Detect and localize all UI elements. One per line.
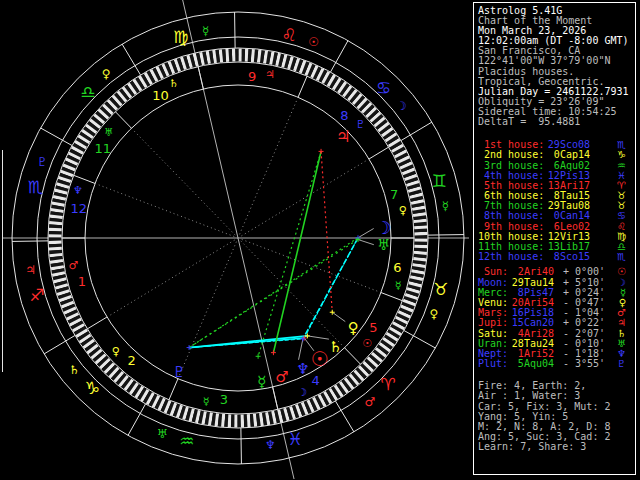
zodiac-sign-icon: ♏	[617, 252, 626, 262]
house-ruler-icon: ♅	[104, 126, 114, 139]
sign-boundary	[401, 122, 432, 140]
house-number-8: 8	[340, 108, 348, 123]
planet-label: Jupi:	[478, 318, 509, 328]
planet-mercury-icon: ☿	[257, 373, 266, 391]
sign-boundary	[335, 401, 353, 432]
summary-line: Learn: 7, Share: 3	[478, 442, 635, 452]
house-cusp-spoke	[96, 184, 238, 238]
house-cusp-value: 0Cap14	[545, 150, 590, 160]
house-cusp-value: 8Sco15	[545, 252, 590, 262]
house-cusp-segment	[74, 175, 95, 183]
sign-boundary	[44, 335, 75, 353]
planet-venus-icon: ♀	[348, 319, 359, 337]
house-number-11: 11	[94, 141, 111, 156]
sign-boundary	[122, 44, 140, 75]
aspect-trine-line	[189, 238, 358, 348]
sign-boundary	[235, 12, 236, 48]
planet-icon: ♇	[617, 359, 626, 369]
sign-boundary	[428, 235, 464, 236]
house-cusp-segment	[115, 112, 131, 129]
sign-ruler-icon: ☿	[442, 199, 449, 213]
house-cusp-segment	[198, 67, 203, 89]
sign-boundary	[330, 41, 348, 72]
house-cusp-spoke	[238, 238, 380, 292]
planet-moon-icon: ☽	[376, 217, 392, 238]
sign-ruler-icon: ☿	[202, 24, 209, 38]
chart-header: Astrolog 5.41GChart of the MomentMon Mar…	[478, 6, 635, 127]
sign-aries-icon: ♈	[380, 374, 395, 394]
planet-row: Plut: 5Aqu04- 3°55'♇	[478, 359, 635, 369]
house-cusp-segment	[381, 293, 402, 301]
sign-ruler-icon: ♅	[157, 427, 168, 441]
house-ruler-icon: ♇	[355, 118, 365, 131]
house-ruler-icon: ♆	[73, 184, 83, 197]
planet-pointer-line	[358, 240, 374, 245]
house-cusp-spoke	[132, 129, 238, 238]
house-cusp-segment	[273, 387, 278, 409]
sign-ruler-icon: ☽	[396, 99, 407, 113]
sign-ruler-icon: ♂	[364, 395, 375, 409]
planet-pointer-line	[332, 312, 345, 321]
sign-aquarius-icon: ♒	[179, 431, 194, 451]
house-ruler-icon: ♀	[399, 204, 407, 217]
house-ruler-icon: ♂	[68, 259, 78, 272]
house-number-2: 2	[128, 353, 136, 368]
planet-sun-icon: ☉	[311, 347, 329, 371]
house-ruler-icon: ♀	[112, 345, 120, 358]
zodiac-sign-icon: ♑	[617, 150, 626, 160]
house-cusp-list: 1st house:29Sco08♏ 2nd house: 0Cap14♑ 3r…	[478, 140, 635, 262]
house-label: 12th house:	[478, 252, 545, 262]
sign-capricorn-icon: ♑	[85, 378, 100, 398]
house-ruler-icon: ☽	[297, 386, 307, 399]
sign-boundary	[404, 330, 435, 348]
house-cusp-spoke	[108, 238, 238, 317]
sign-ruler-icon: ♇	[37, 155, 48, 169]
sign-scorpio-icon: ♏	[28, 177, 43, 197]
house-number-7: 7	[390, 187, 398, 202]
house-row: 12th house: 8Sco15♏	[478, 252, 635, 262]
element-summary: Fire: 4, Earth: 2,Air : 1, Water: 3Car: …	[478, 381, 635, 452]
planet-pointer-line	[358, 229, 374, 238]
planet-position-list: Sun: 2Ari40+ 0°00'☉Moon:29Tau14+ 5°10'☽M…	[478, 267, 635, 369]
house-ruler-icon: ♃	[265, 68, 275, 81]
house-cusp-segment	[345, 348, 361, 365]
sign-virgo-icon: ♍	[173, 27, 188, 47]
planet-position-value: 15Can20	[509, 318, 554, 328]
planet-mars-icon: ♂	[275, 368, 288, 386]
house-number-6: 6	[393, 260, 401, 275]
house-ruler-icon: ☿	[203, 395, 210, 408]
planet-jupiter-icon: ♃	[336, 127, 350, 146]
house-number-3: 3	[220, 392, 228, 407]
header-line: DeltaT = 95.4881	[478, 117, 635, 127]
house-ruler-icon: ☿	[395, 279, 402, 292]
house-cusp-spoke	[238, 98, 298, 238]
sign-boundary	[41, 128, 72, 146]
house-number-12: 12	[70, 201, 87, 216]
planet-label: Plut:	[478, 359, 509, 369]
planet-pointer-line	[307, 336, 328, 339]
sign-cancer-icon: ♋	[376, 78, 391, 98]
house-ruler-icon: ♄	[169, 77, 179, 90]
house-cusp-segment	[87, 317, 107, 329]
house-number-1: 1	[78, 274, 86, 289]
sign-libra-icon: ♎	[80, 82, 95, 102]
house-cusp-spoke	[178, 238, 238, 378]
planet-velocity: - 3°55'	[563, 359, 609, 369]
sign-boundary	[128, 404, 146, 435]
planet-uranus-icon: ♅	[377, 236, 390, 254]
house-number-10: 10	[152, 88, 169, 103]
sign-boundary	[241, 428, 242, 464]
house-cusp-spoke	[238, 238, 344, 347]
sign-ruler-icon: ♀	[102, 67, 111, 81]
house-number-9: 9	[248, 69, 256, 84]
sign-taurus-icon: ♉	[433, 279, 448, 299]
astrolog-screen: ♈♂♉♀♊☿♋☽♌☉♍☿♎♀♏♇♐♃♑♄♒♅♓♆1♂2♀3☿4☽5☉6☿7♀8♇…	[0, 0, 640, 480]
house-label: 2nd house:	[478, 150, 545, 160]
sign-pisces-icon: ♓	[288, 429, 303, 449]
planet-pointer-line	[299, 339, 303, 360]
chart-wheel: ♈♂♉♀♊☿♋☽♌☉♍☿♎♀♏♇♐♃♑♄♒♅♓♆1♂2♀3☿4☽5☉6☿7♀8♇…	[0, 0, 470, 480]
planet-position-value: 5Aqu04	[509, 359, 554, 369]
sign-gemini-icon: ♊	[431, 171, 446, 191]
planet-row: Jupi:15Can20+ 0°22'♃	[478, 318, 635, 328]
sign-boundary	[12, 241, 48, 242]
